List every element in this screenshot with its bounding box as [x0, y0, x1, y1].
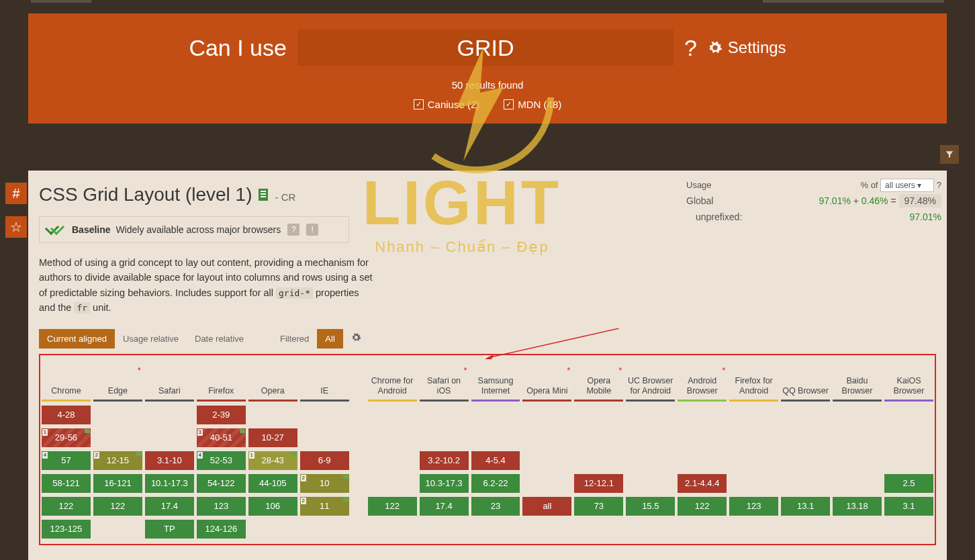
support-cell [145, 406, 194, 424]
support-cell[interactable]: 123 [197, 497, 246, 516]
browser-header[interactable]: IE [300, 361, 349, 400]
support-cell[interactable]: 2-39 [197, 406, 246, 424]
support-cell[interactable]: 17.4 [145, 497, 194, 516]
browser-header[interactable]: Opera [248, 361, 297, 400]
support-cell[interactable]: 112 [300, 497, 349, 516]
flag-icon [343, 475, 349, 479]
support-cell[interactable]: 10.3-17.3 [420, 474, 469, 493]
browser-header[interactable]: Firefox for Android [729, 361, 778, 400]
support-cell[interactable]: 23 [471, 497, 520, 516]
baseline-check-icon [49, 224, 65, 236]
support-cell [833, 451, 882, 470]
search-input[interactable] [297, 30, 674, 66]
support-cell[interactable]: 54-122 [197, 474, 246, 493]
browser-color-bar [300, 400, 349, 402]
usage-help[interactable]: ? [937, 180, 941, 190]
support-cell[interactable]: all [522, 497, 571, 516]
support-cell [574, 520, 623, 539]
support-cell[interactable]: 12-12.1 [574, 474, 623, 493]
browser-header[interactable]: Chrome for Android [368, 361, 417, 400]
checkbox-icon: ✓ [414, 99, 424, 109]
note-star-icon: * [722, 366, 725, 376]
support-cell[interactable]: 122 [42, 497, 91, 516]
support-cell [471, 520, 520, 539]
support-cell[interactable]: 15.5 [626, 497, 675, 516]
support-cell[interactable]: 44-105 [248, 474, 297, 493]
browser-header[interactable]: Safari on iOS* [420, 361, 469, 400]
support-cell[interactable]: 17.4 [420, 497, 469, 516]
browser-header[interactable]: Opera Mobile* [574, 361, 623, 400]
browser-header[interactable]: QQ Browser [781, 361, 830, 400]
support-cell[interactable]: 6-9 [300, 451, 349, 470]
help-link[interactable]: ? [684, 35, 697, 61]
browser-header[interactable]: Baidu Browser [833, 361, 882, 400]
svg-marker-1 [485, 354, 494, 359]
support-cell[interactable]: 106 [248, 497, 297, 516]
browser-header[interactable]: Samsung Internet [471, 361, 520, 400]
support-cell[interactable]: 123 [729, 497, 778, 516]
support-cell [522, 451, 571, 470]
browser-column: IE6-9102112 [300, 361, 349, 543]
support-cell[interactable]: 52-534 [197, 451, 246, 470]
support-cell[interactable]: 28-431 [248, 451, 297, 470]
support-cell[interactable]: 122 [93, 497, 142, 516]
note-tag: 2 [301, 498, 306, 504]
filter-mdn[interactable]: ✓MDN (48) [504, 99, 561, 110]
browser-header[interactable]: KaiOS Browser [884, 361, 933, 400]
support-cell[interactable]: 10.1-17.3 [145, 474, 194, 493]
settings-button[interactable]: Settings [708, 38, 786, 57]
support-cell[interactable]: 122 [368, 497, 417, 516]
support-cell[interactable]: TP [145, 520, 194, 539]
support-cell[interactable]: 2.5 [884, 474, 933, 493]
funnel-icon [945, 150, 954, 159]
baseline-info-icon[interactable]: ! [306, 224, 318, 236]
tab-usage-relative[interactable]: Usage relative [115, 329, 187, 348]
tab-date-relative[interactable]: Date relative [187, 329, 252, 348]
filter-toggle-button[interactable] [940, 145, 959, 164]
tab-all[interactable]: All [317, 329, 342, 348]
hash-button[interactable]: # [5, 183, 27, 204]
support-cell[interactable]: 123-125 [42, 520, 91, 539]
support-cell[interactable]: 13.1 [781, 497, 830, 516]
support-cell[interactable]: 4-28 [42, 406, 91, 424]
browser-header[interactable]: Android Browser* [678, 361, 727, 400]
support-cell[interactable]: 10-27 [248, 428, 297, 447]
tab-current-aligned[interactable]: Current aligned [39, 329, 115, 348]
browser-header[interactable]: Edge* [93, 361, 142, 400]
support-cell[interactable]: 73 [574, 497, 623, 516]
browser-header[interactable]: Chrome [42, 361, 91, 400]
baseline-help-icon[interactable]: ? [287, 224, 299, 236]
support-cell[interactable]: 58-121 [42, 474, 91, 493]
support-cell [368, 474, 417, 493]
browser-header[interactable]: Opera Mini* [522, 361, 571, 400]
support-cell[interactable]: 3.2-10.2 [420, 451, 469, 470]
top-chip [31, 0, 91, 3]
support-cell[interactable]: 102 [300, 474, 349, 493]
browser-header[interactable]: Firefox [197, 361, 246, 400]
support-cell[interactable]: 29-561 [42, 428, 91, 447]
support-cell[interactable]: 13.18 [833, 497, 882, 516]
support-cell [729, 406, 778, 424]
browser-header[interactable]: UC Browser for Android [626, 361, 675, 400]
support-cell [781, 451, 830, 470]
support-cell [626, 451, 675, 470]
support-cell[interactable]: 6.2-22 [471, 474, 520, 493]
support-cell[interactable]: 574 [42, 451, 91, 470]
support-cell[interactable]: 2.1-4.4.4 [678, 474, 727, 493]
star-button[interactable]: ☆ [5, 216, 27, 238]
browser-color-bar [781, 400, 830, 402]
support-cell[interactable]: 3.1-10 [145, 451, 194, 470]
usage-selector[interactable]: all users ▾ [880, 179, 934, 192]
browser-header[interactable]: Safari [145, 361, 194, 400]
support-cell[interactable]: 122 [678, 497, 727, 516]
support-cell[interactable]: 3.1 [884, 497, 933, 516]
support-cell[interactable]: 16-121 [93, 474, 142, 493]
support-cell[interactable]: 40-513 [197, 428, 246, 447]
support-cell[interactable]: 124-126 [197, 520, 246, 539]
spec-icon[interactable] [259, 189, 268, 201]
support-cell[interactable]: 12-152 [93, 451, 142, 470]
filter-caniuse[interactable]: ✓Caniuse (2) [414, 99, 480, 110]
table-settings-button[interactable] [351, 332, 361, 345]
support-cell[interactable]: 4-5.4 [471, 451, 520, 470]
tab-filtered[interactable]: Filtered [272, 329, 317, 348]
